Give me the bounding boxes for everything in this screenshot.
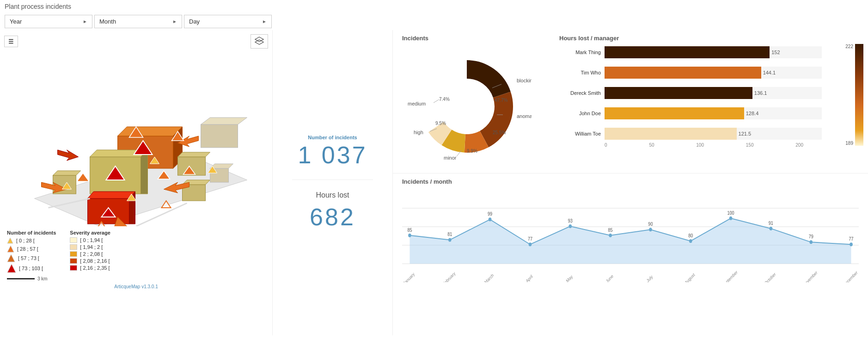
svg-text:minor: minor (444, 155, 457, 161)
line-label-11: 77 (849, 236, 853, 242)
legend-item-3: [ 73 ; 103 [ (7, 264, 56, 273)
line-chart: 85January81February99March77April93May85… (402, 190, 859, 282)
month-label-10: November (802, 270, 819, 282)
severity-item-3: [ 2,08 ; 2,16 [ (70, 258, 110, 264)
scale-labels: 222 189 (845, 44, 853, 146)
svg-marker-26 (58, 150, 79, 161)
bar-section: Hours lost / manager Mark Thing 152 Tim … (550, 30, 868, 173)
month-label-8: September (721, 270, 739, 282)
line-dot-10 (809, 240, 813, 244)
svg-rect-67 (855, 44, 863, 146)
severity-item-1: [ 1,94 ; 2 [ (70, 244, 110, 250)
layers-button[interactable] (251, 34, 268, 49)
month-label-4: May (565, 274, 574, 282)
page-title: Plant process incidents (0, 0, 868, 13)
svg-marker-44 (7, 246, 14, 252)
legend-item-0: [ 0 ; 28 [ (7, 237, 56, 244)
svg-marker-4 (201, 118, 247, 124)
line-chart-title: Incidents / month (402, 178, 859, 185)
incidents-legend-title: Number of incidents (7, 230, 56, 235)
svg-marker-46 (7, 264, 16, 273)
legend-item-1: [ 28 ; 57 [ (7, 245, 56, 253)
articque-credit: ArticqueMap v1.3.0.1 (7, 284, 265, 289)
svg-text:anomaly: anomaly (517, 113, 532, 119)
svg-marker-10 (141, 150, 148, 194)
month-filter[interactable]: Month ► (94, 15, 182, 28)
line-label-6: 90 (648, 222, 653, 227)
line-label-0: 85 (407, 227, 412, 233)
svg-text:47.7%: 47.7% (495, 98, 507, 103)
bar-chart-title: Hours lost / manager (559, 35, 859, 42)
svg-marker-15 (53, 171, 81, 175)
line-dot-8 (729, 217, 733, 220)
month-label-9: October (764, 272, 776, 282)
scale-bar: 3 km (7, 276, 265, 281)
bar-row-1: Tim Who 144.1 (559, 67, 822, 79)
svg-marker-43 (7, 238, 13, 243)
svg-marker-45 (7, 254, 15, 262)
hours-value: 682 (310, 203, 355, 231)
svg-text:7.4%: 7.4% (439, 97, 450, 102)
svg-marker-17 (178, 152, 210, 157)
hours-label: Hours lost (316, 191, 349, 199)
svg-marker-12 (88, 192, 135, 198)
line-dot-1 (448, 238, 452, 242)
year-arrow-icon: ► (83, 19, 87, 24)
donut-chart: blocking anomaly minor high (402, 46, 532, 167)
bar-chart: Mark Thing 152 Tim Who 144.1 Dereck Smit… (559, 46, 822, 140)
severity-item-2: [ 2 ; 2,08 [ (70, 251, 110, 257)
stats-panel: Number of incidents 1 037 Hours lost 682 (273, 30, 393, 335)
line-label-8: 100 (727, 210, 734, 216)
line-chart-section: Incidents / month 85January81February99M… (393, 174, 868, 335)
hamburger-button[interactable]: ☰ (4, 36, 18, 47)
svg-text:25.5%: 25.5% (493, 130, 506, 135)
line-label-7: 80 (688, 233, 693, 238)
charts-panel: Incidents (393, 30, 868, 335)
line-label-2: 99 (488, 211, 492, 217)
line-dot-0 (408, 234, 411, 237)
month-label-1: February (442, 271, 456, 282)
stat-divider (292, 180, 373, 180)
svg-marker-0 (255, 37, 263, 42)
top-charts-row: Incidents (393, 30, 868, 174)
line-label-10: 79 (809, 234, 813, 240)
month-label-5: June (605, 273, 614, 282)
line-dot-11 (850, 242, 853, 246)
month-label-7: August (684, 272, 696, 282)
month-label-2: March (484, 273, 495, 282)
month-label-6: July (646, 274, 654, 282)
year-filter[interactable]: Year ► (5, 15, 92, 28)
month-label-11: December (842, 270, 858, 282)
svg-text:9.5%: 9.5% (435, 121, 446, 126)
severity-item-4: [ 2,16 ; 2,35 [ (70, 265, 110, 271)
color-scale (855, 44, 863, 146)
line-label-4: 93 (568, 218, 573, 223)
month-arrow-icon: ► (172, 19, 177, 24)
map-toolbar: ☰ (2, 32, 270, 50)
bar-row-3: John Doe 128.4 (559, 107, 822, 119)
line-label-3: 77 (528, 236, 532, 242)
svg-rect-3 (201, 124, 238, 148)
line-label-5: 85 (608, 227, 613, 233)
svg-marker-1 (255, 40, 263, 44)
line-dot-6 (649, 228, 652, 231)
bar-row-2: Dereck Smith 136.1 (559, 87, 822, 99)
main-layout: ☰ (0, 30, 868, 335)
day-filter[interactable]: Day ► (184, 15, 272, 28)
month-label-0: January (403, 272, 416, 282)
svg-text:9.9%: 9.9% (467, 149, 477, 154)
bar-axis: 0 50 100 150 200 (559, 143, 803, 148)
svg-line-61 (434, 99, 439, 103)
svg-text:blocking: blocking (517, 78, 532, 83)
map-area (2, 50, 270, 226)
line-dot-9 (770, 227, 773, 230)
month-label-3: April (525, 274, 533, 282)
bar-row-0: Mark Thing 152 (559, 46, 822, 58)
svg-marker-6 (118, 127, 183, 136)
day-arrow-icon: ► (262, 19, 267, 24)
map-legend: Number of incidents [ 0 ; 28 [ [ 28 ; 57… (2, 226, 270, 293)
donut-chart-title: Incidents (402, 35, 541, 42)
line-dot-5 (609, 234, 612, 237)
svg-text:medium: medium (408, 101, 426, 106)
line-label-9: 91 (769, 220, 773, 226)
